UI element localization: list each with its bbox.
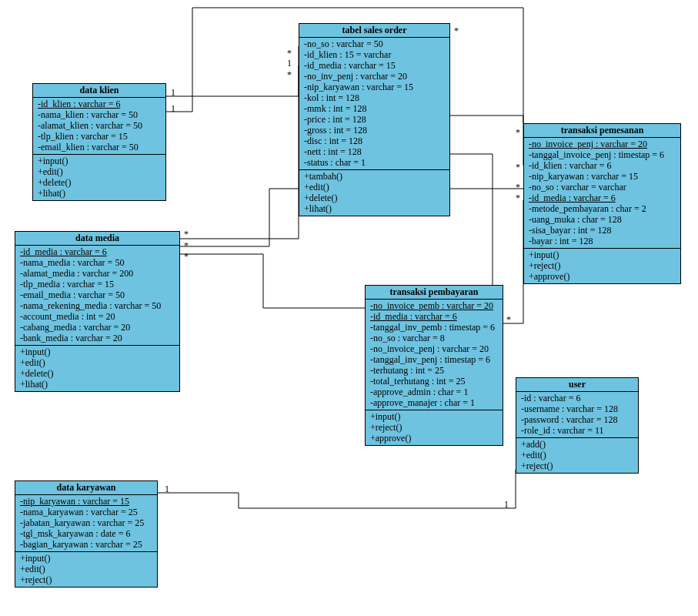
- class-attribute: -kol : int = 128: [304, 92, 445, 103]
- class-tabel-sales-order: tabel sales order-no_so : varchar = 50-i…: [299, 23, 450, 216]
- mult-karyawan-user-l: 1: [165, 484, 169, 495]
- class-attribute: -bagian_karyawan : varchar = 25: [20, 539, 152, 550]
- mult-pemesanan-1: *: [516, 127, 520, 139]
- class-attribute: -nett : int = 128: [304, 146, 445, 157]
- class-attribute: -id_media : varchar = 6: [370, 311, 498, 322]
- class-data-media: data media-id_media : varchar = 6-nama_m…: [15, 231, 180, 392]
- class-title: data karyawan: [15, 481, 157, 495]
- class-operation: +approve(): [529, 271, 676, 282]
- class-attribute: -bayar : int = 128: [529, 236, 676, 246]
- class-attribute: -jabatan_karyawan : varchar = 25: [20, 517, 152, 528]
- class-attribute: -total_terhutang : int = 25: [370, 376, 498, 387]
- class-attribute: -tanggal_inv_penj : timestap = 6: [370, 354, 498, 365]
- class-title: user: [516, 378, 638, 392]
- class-operations: +input()+edit()+reject(): [15, 552, 157, 587]
- mult-pemb-pemesanan: *: [506, 314, 511, 326]
- class-operation: +reject(): [529, 260, 676, 271]
- class-attribute: -tgl_msk_karyawan : date = 6: [20, 528, 152, 539]
- mult-media-sales-right: 1: [287, 58, 292, 69]
- class-attribute: -tanggal_inv_pemb : timestap = 6: [370, 322, 498, 333]
- class-operation: +input(): [38, 156, 161, 166]
- class-operation: +input(): [20, 553, 152, 564]
- class-operation: +reject(): [521, 460, 633, 471]
- mult-media-top1: *: [184, 229, 189, 240]
- class-attribute: -id : varchar = 6: [521, 393, 633, 403]
- class-operation: +delete(): [304, 192, 445, 203]
- class-operation: +reject(): [20, 574, 152, 585]
- class-attributes: -nip_karyawan : varchar = 15-nama_karyaw…: [15, 495, 157, 552]
- class-attribute: -role_id : varchar = 11: [521, 425, 633, 436]
- class-attribute: -metode_pembayaran : char = 2: [529, 203, 676, 214]
- class-attribute: -nama_klien : varchar = 50: [38, 109, 161, 120]
- class-operation: +add(): [521, 439, 633, 450]
- class-attribute: -id_media : varchar = 15: [304, 60, 445, 71]
- mult-media-top2: *: [184, 240, 189, 252]
- class-data-karyawan: data karyawan-nip_karyawan : varchar = 1…: [15, 480, 158, 588]
- class-attribute: -id_media : varchar = 6: [20, 246, 175, 257]
- mult-karyawan-user-r: 1: [504, 499, 509, 511]
- class-title: transaksi pembayaran: [366, 286, 503, 300]
- class-attribute: -password : varchar = 128: [521, 414, 633, 425]
- class-attribute: -price : int = 128: [304, 114, 445, 125]
- class-operation: +delete(): [20, 368, 175, 379]
- class-attribute: -nip_karyawan : varchar = 15: [529, 171, 676, 182]
- class-operation: +edit(): [38, 166, 161, 177]
- mult-klien-pemesanan-l: 1: [171, 103, 175, 115]
- class-attribute: -cabang_media : varchar = 20: [20, 322, 175, 333]
- class-operation: +lihat(): [20, 379, 175, 390]
- class-attribute: -nip_karyawan : varchar = 15: [304, 82, 445, 92]
- class-attribute: -approve_manajer : char = 1: [370, 397, 498, 408]
- class-attribute: -tlp_media : varchar = 15: [20, 279, 175, 290]
- class-operation: +approve(): [370, 433, 498, 444]
- class-attribute: -email_klien : varchar = 50: [38, 142, 161, 152]
- class-attribute: -username : varchar = 128: [521, 403, 633, 414]
- class-attribute: -alamat_media : varchar = 200: [20, 268, 175, 279]
- class-operations: +input()+edit()+delete()+lihat(): [33, 155, 165, 200]
- class-attribute: -tanggal_invoice_penj : timestap = 6: [529, 149, 676, 160]
- class-operation: +tambah(): [304, 171, 445, 182]
- class-attribute: -no_so : varchar = 8: [370, 333, 498, 343]
- class-attribute: -id_media : varchar = 6: [529, 192, 676, 203]
- class-operation: +input(): [20, 346, 175, 357]
- class-attribute: -no_invoice_pemb : varchar = 20: [370, 300, 498, 311]
- class-operations: +input()+edit()+delete()+lihat(): [15, 346, 179, 391]
- mult-sales-pemesanan-l: *: [454, 25, 459, 37]
- class-operation: +lihat(): [38, 188, 161, 199]
- class-attribute: -no_so : varchar = 50: [304, 38, 445, 49]
- class-attribute: -no_inv_penj : varchar = 20: [304, 71, 445, 82]
- class-operation: +delete(): [38, 177, 161, 188]
- class-attribute: -email_media : varchar = 50: [20, 290, 175, 300]
- class-operation: +edit(): [20, 564, 152, 574]
- class-attribute: -alamat_klien : varchar = 50: [38, 120, 161, 131]
- class-operation: +input(): [529, 249, 676, 260]
- uml-canvas: 1 * 1 * 1 * * * * * * * * * 1 1 data kli…: [0, 0, 698, 616]
- class-attributes: -id_media : varchar = 6-nama_media : var…: [15, 246, 179, 346]
- class-operations: +input()+reject()+approve(): [366, 410, 503, 445]
- class-attribute: -no_invoice_penj : varchar = 20: [529, 139, 676, 149]
- mult-sales-extra: *: [287, 69, 292, 81]
- class-attribute: -id_klien : varchar = 6: [529, 160, 676, 171]
- mult-media-top3: *: [184, 251, 189, 263]
- class-operations: +add()+edit()+reject(): [516, 438, 638, 473]
- class-operations: +input()+reject()+approve(): [524, 249, 680, 283]
- mult-pemesanan-3: *: [516, 182, 520, 193]
- class-title: data media: [15, 232, 179, 246]
- class-title: data klien: [33, 84, 165, 98]
- class-attribute: -id_klien : 15 = varchar: [304, 49, 445, 60]
- class-attributes: -no_invoice_pemb : varchar = 20-id_media…: [366, 300, 503, 410]
- mult-pemesanan-4: *: [516, 192, 520, 204]
- class-operation: +edit(): [521, 450, 633, 460]
- class-data-klien: data klien-id_klien : varchar = 6-nama_k…: [32, 83, 166, 201]
- class-attributes: -no_so : varchar = 50-id_klien : 15 = va…: [299, 38, 449, 170]
- class-attribute: -uang_muka : char = 128: [529, 214, 676, 225]
- class-attribute: -mmk : int = 128: [304, 103, 445, 114]
- class-transaksi-pembayaran: transaksi pembayaran-no_invoice_pemb : v…: [365, 285, 503, 446]
- class-attribute: -no_so : varchar = varchar: [529, 182, 676, 192]
- class-attribute: -no_invoice_penj : varchar = 20: [370, 343, 498, 354]
- class-attribute: -account_media : int = 20: [20, 311, 175, 322]
- class-attribute: -nama_rekening_media : varchar = 50: [20, 300, 175, 311]
- class-attributes: -no_invoice_penj : varchar = 20-tanggal_…: [524, 138, 680, 249]
- class-title: transaksi pemesanan: [524, 124, 680, 138]
- class-attribute: -nip_karyawan : varchar = 15: [20, 496, 152, 507]
- class-transaksi-pemesanan: transaksi pemesanan-no_invoice_penj : va…: [523, 123, 681, 284]
